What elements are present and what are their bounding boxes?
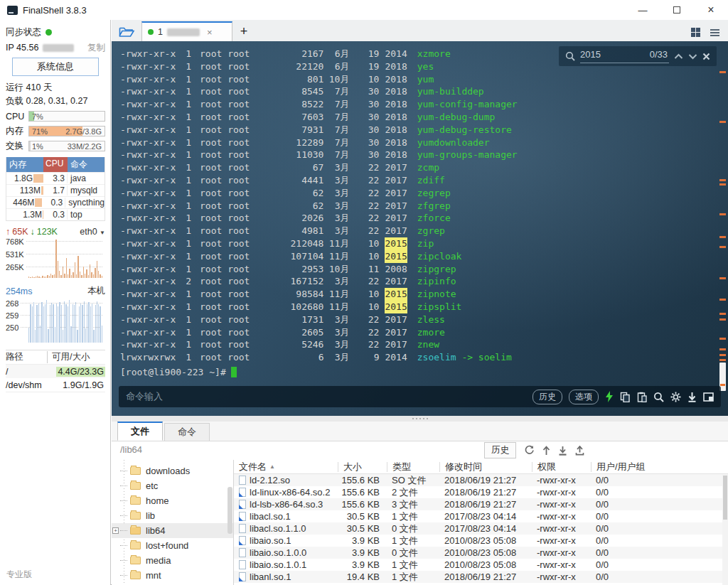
file-row[interactable]: libaio.so.1.0.1 3.9 KB 1 文件 2010/08/23 0…: [234, 559, 728, 571]
command-input-bar[interactable]: 命令输入 历史 选项: [119, 386, 721, 407]
header-filename[interactable]: 文件名▲: [234, 461, 338, 473]
file-row[interactable]: libaio.so.1.0.0 3.9 KB 0 文件 2010/08/23 0…: [234, 547, 728, 559]
disk-row[interactable]: / 4.4G/23.3G: [6, 365, 105, 378]
parent-directory-icon[interactable]: [542, 446, 550, 456]
file-table-scrollbar-thumb[interactable]: [723, 476, 727, 520]
download-file-icon[interactable]: [558, 446, 567, 456]
edition-label: 专业版: [6, 569, 32, 581]
tree-item[interactable]: + home: [112, 493, 233, 508]
chart-bar: [37, 276, 38, 278]
process-row[interactable]: 1.3M 0.3 top: [6, 208, 105, 220]
header-mtime[interactable]: 修改时间: [439, 462, 532, 472]
file-icon: [239, 500, 246, 509]
interface-select[interactable]: eth0 ▼: [80, 227, 105, 237]
tree-item[interactable]: + mnt: [112, 568, 233, 583]
file-row[interactable]: libaio.so.1 3.9 KB 1 文件 2010/08/23 05:08…: [234, 535, 728, 547]
tree-item[interactable]: + lib: [112, 508, 233, 523]
maximize-button[interactable]: [660, 0, 694, 20]
proc-header-cpu[interactable]: CPU: [43, 157, 68, 172]
scrollbar-match-markers[interactable]: [719, 41, 726, 416]
search-prev-button[interactable]: [674, 53, 683, 60]
tree-item[interactable]: + downloads: [112, 463, 233, 478]
tree-item[interactable]: + lost+found: [112, 538, 233, 553]
system-info-button[interactable]: 系统信息: [12, 58, 99, 76]
proc-header-cmd[interactable]: 命令: [68, 157, 105, 172]
file-table: 文件名▲ 大小 类型 修改时间 权限 用户/用户组 ld-2.12.so 155…: [234, 460, 728, 585]
file-row[interactable]: ld-lsb-x86-64.so.3 155.6 KB 3 文件 2018/06…: [234, 498, 728, 510]
file-row[interactable]: ld-2.12.so 155.6 KB SO 文件 2018/06/19 21:…: [234, 474, 728, 486]
proc-header-mem[interactable]: 内存: [6, 157, 43, 172]
close-button[interactable]: ×: [694, 0, 728, 20]
download-arrow-icon[interactable]: [687, 392, 697, 402]
chart-bar: [28, 328, 29, 343]
terminal-search-icon[interactable]: [653, 392, 664, 402]
chart-bar: [84, 301, 85, 343]
app-icon: [7, 6, 18, 15]
minimize-button[interactable]: —: [626, 0, 660, 20]
process-table-header[interactable]: 内存 CPU 命令: [6, 157, 105, 172]
tab-close-icon[interactable]: ×: [207, 27, 213, 38]
file-table-scrollbar[interactable]: [722, 474, 728, 585]
tree-item[interactable]: + media: [112, 553, 233, 568]
file-browser: + downloads + etc + home + lib + lib64 +…: [112, 460, 728, 585]
copy-ip-button[interactable]: 复制: [87, 42, 105, 54]
disk-header-path: 路径: [6, 351, 47, 363]
header-size[interactable]: 大小: [338, 462, 387, 472]
copy-icon[interactable]: [620, 392, 631, 402]
new-tab-button[interactable]: +: [232, 24, 255, 41]
process-row[interactable]: 113M 1.7 mysqld: [6, 184, 105, 196]
search-match-count: 0/33: [650, 49, 669, 60]
command-input-placeholder[interactable]: 命令输入: [126, 390, 163, 403]
tree-item[interactable]: + etc: [112, 478, 233, 493]
file-row[interactable]: ld-linux-x86-64.so.2 155.6 KB 2 文件 2018/…: [234, 486, 728, 498]
chart-bar: [35, 330, 36, 343]
tree-expander-icon[interactable]: +: [112, 527, 119, 534]
history-button[interactable]: 历史: [532, 390, 562, 404]
folder-icon: [130, 512, 141, 520]
tree-item[interactable]: + lib64: [112, 523, 233, 538]
header-perms[interactable]: 权限: [532, 462, 591, 472]
tree-scrollbar-thumb[interactable]: [228, 487, 232, 534]
panel-splitter[interactable]: [112, 416, 728, 422]
process-row[interactable]: 1.8G 3.3 java: [6, 172, 105, 184]
tab-commands[interactable]: 命令: [164, 423, 210, 441]
upload-rate: 65K: [12, 227, 28, 237]
refresh-icon[interactable]: [524, 445, 535, 456]
chart-bar: [52, 275, 53, 278]
chart-bar: [100, 274, 100, 278]
terminal[interactable]: -rwxr-xr-x 1 root root 2167 6月 19 2014 x…: [112, 41, 728, 416]
tab-files[interactable]: 文件: [117, 422, 163, 441]
tree-connector: [120, 575, 127, 576]
menu-icon[interactable]: [710, 29, 719, 36]
search-next-button[interactable]: [688, 53, 697, 60]
layout-grid-icon[interactable]: [691, 28, 700, 37]
options-button[interactable]: 选项: [569, 390, 599, 404]
file-row[interactable]: libacl.so.1 30.5 KB 1 文件 2017/08/23 04:1…: [234, 510, 728, 522]
search-field[interactable]: 2015 0/33: [580, 49, 669, 63]
chart-bar: [93, 274, 94, 278]
disk-row[interactable]: /dev/shm 1.9G/1.9G: [6, 378, 105, 392]
connection-manager-button[interactable]: [112, 21, 141, 41]
chart-bar: [95, 305, 96, 343]
path-history-button[interactable]: 历史: [484, 442, 516, 458]
swap-label: 交换: [6, 140, 26, 152]
quick-command-lightning-icon[interactable]: [605, 391, 614, 402]
file-row[interactable]: libacl.so.1.1.0 30.5 KB 0 文件 2017/08/23 …: [234, 522, 728, 535]
file-toolbar-actions: 历史: [484, 442, 584, 458]
file-row[interactable]: libanl.so.1 19.4 KB 1 文件 2018/06/19 21:2…: [234, 571, 728, 583]
ping-host[interactable]: 本机: [87, 285, 105, 297]
header-owner[interactable]: 用户/用户组: [591, 462, 728, 472]
header-type[interactable]: 类型: [387, 462, 439, 472]
chart-bar: [28, 277, 29, 278]
settings-gear-icon[interactable]: [670, 392, 681, 402]
search-close-button[interactable]: [702, 53, 710, 60]
process-row[interactable]: 446M 0.3 syncthing: [6, 196, 105, 208]
paste-icon[interactable]: [637, 392, 647, 402]
upload-file-icon[interactable]: [575, 446, 584, 456]
window-panel-icon[interactable]: [703, 392, 714, 402]
chart-bar: [66, 258, 67, 278]
current-path[interactable]: /lib64: [120, 444, 142, 455]
chart-bar: [69, 269, 70, 279]
file-icon: [239, 512, 246, 521]
session-tab[interactable]: 1 ×: [141, 21, 232, 41]
